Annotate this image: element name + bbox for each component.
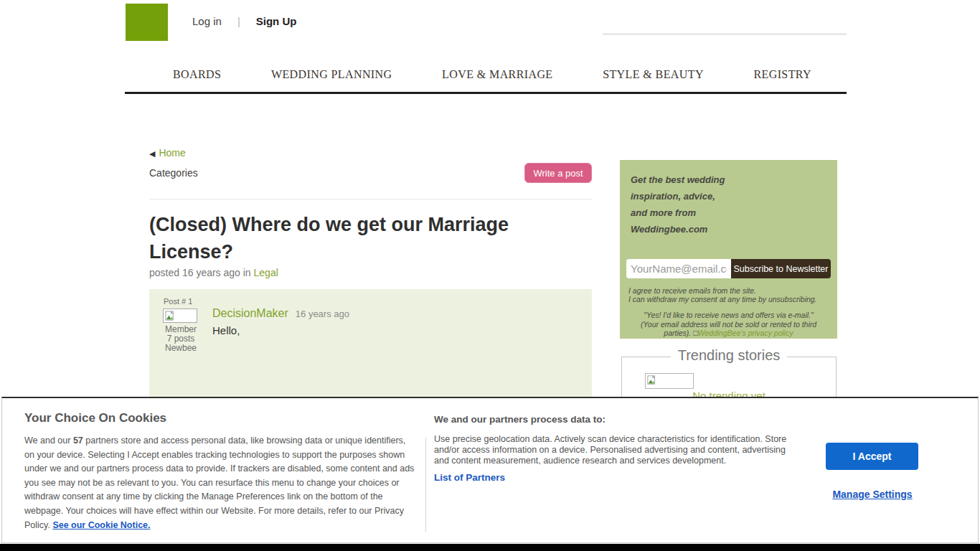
page-title: (Closed) Where do we get our Marriage Li…	[149, 211, 594, 265]
newsletter-form: Subscribe to Newsletter	[626, 259, 831, 278]
consent-line: I agree to receive emails from the site.	[628, 286, 831, 295]
author-link[interactable]: DecisionMaker	[212, 307, 288, 319]
quote-line: "Yes! I'd like to receive news and offer…	[620, 311, 837, 320]
avatar	[163, 309, 197, 323]
trending-title: Trending stories	[671, 347, 788, 363]
cookie-banner-divider	[425, 438, 426, 532]
search-input[interactable]	[603, 19, 847, 34]
newsletter-quote: "Yes! I'd like to receive news and offer…	[620, 311, 837, 338]
posted-prefix: posted 16 years ago in	[149, 267, 254, 278]
newsletter-box: Get the best wedding inspiration, advice…	[620, 160, 837, 339]
cookie-banner-body: We and our 57 partners store and access …	[24, 434, 415, 532]
signup-link[interactable]: Sign Up	[256, 15, 297, 27]
trending-image-placeholder	[645, 373, 694, 389]
quote-line: (Your email address will not be sold or …	[620, 320, 837, 329]
nav-divider	[125, 92, 847, 94]
cookie-banner-title: Your Choice On Cookies	[24, 411, 166, 425]
back-arrow-icon: ◀	[149, 149, 155, 158]
newsletter-email-input[interactable]	[626, 259, 731, 278]
auth-separator: |	[237, 15, 240, 27]
subscribe-button[interactable]: Subscribe to Newsletter	[731, 259, 831, 278]
bottom-bar	[0, 544, 980, 551]
cookie-body-text: We and our	[24, 435, 73, 446]
partners-count: 57	[73, 435, 83, 446]
posted-meta: posted 16 years ago in Legal	[149, 267, 278, 278]
cookie-body-text: partners store and access personal data,…	[24, 435, 414, 530]
weddingbee-page: Log in | Sign Up BOARDS WEDDING PLANNING…	[0, 0, 980, 551]
category-link[interactable]: Legal	[254, 267, 278, 278]
auth-links: Log in | Sign Up	[192, 15, 296, 27]
member-meta: Member 7 posts Newbee	[152, 325, 209, 353]
broken-image-icon	[165, 311, 176, 321]
nav-item-registry[interactable]: REGISTRY	[753, 68, 811, 81]
pitch-line: Weddingbee.com	[631, 221, 725, 237]
manage-settings-link[interactable]: Manage Settings	[826, 489, 919, 500]
main-nav: BOARDS WEDDING PLANNING LOVE & MARRIAGE …	[173, 68, 811, 81]
pitch-line: inspiration, advice,	[631, 188, 725, 204]
breadcrumb-home[interactable]: ◀Home	[149, 147, 186, 159]
nav-item-style-beauty[interactable]: STYLE & BEAUTY	[603, 68, 704, 81]
cookie-consent-banner: Your Choice On Cookies We and our 57 par…	[1, 397, 979, 543]
quote-line: parties). □WeddingBee's privacy policy	[620, 329, 837, 338]
accept-cookies-button[interactable]: I Accept	[826, 443, 918, 470]
post-card: Post # 1 Member 7 posts Newbee DecisionM…	[149, 289, 592, 398]
list-of-partners-link[interactable]: List of Partners	[434, 472, 505, 483]
nav-item-boards[interactable]: BOARDS	[173, 68, 221, 81]
consent-line: I can withdraw my consent at any time by…	[628, 295, 831, 303]
quote-line-prefix: parties). □	[664, 329, 697, 337]
pitch-line: and more from	[631, 204, 725, 221]
cookie-notice-link[interactable]: See our Cookie Notice.	[52, 520, 150, 530]
privacy-policy-link[interactable]: WeddingBee's privacy policy	[698, 329, 793, 337]
process-data-title: We and our partners process data to:	[434, 414, 606, 425]
nav-item-love-marriage[interactable]: LOVE & MARRIAGE	[442, 68, 552, 81]
content-divider	[149, 199, 592, 199]
breadcrumb-home-label: Home	[159, 147, 185, 159]
trending-title-wrap: Trending stories	[622, 347, 836, 364]
post-author-row: DecisionMaker16 years ago	[212, 307, 349, 320]
post-body: Hello,	[212, 324, 240, 336]
newsletter-pitch: Get the best wedding inspiration, advice…	[631, 171, 725, 237]
post-number: Post # 1	[164, 297, 192, 306]
categories-label[interactable]: Categories	[149, 167, 198, 179]
newsletter-consent: I agree to receive emails from the site.…	[628, 286, 831, 303]
write-post-button[interactable]: Write a post	[524, 163, 592, 183]
broken-image-icon	[647, 375, 657, 385]
weddingbee-logo[interactable]	[126, 4, 168, 41]
login-link[interactable]: Log in	[192, 15, 222, 27]
nav-item-wedding-planning[interactable]: WEDDING PLANNING	[271, 68, 392, 81]
post-timestamp: 16 years ago	[296, 309, 349, 319]
member-level: Newbee	[152, 344, 209, 353]
pitch-line: Get the best wedding	[631, 171, 725, 188]
process-data-body: Use precise geolocation data. Actively s…	[434, 434, 789, 466]
